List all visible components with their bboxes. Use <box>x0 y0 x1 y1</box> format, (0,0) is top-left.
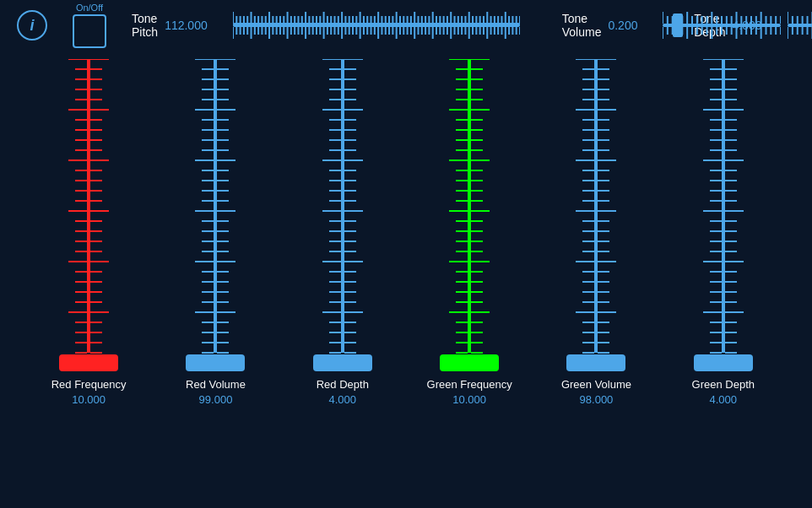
svg-rect-635 <box>710 251 722 252</box>
svg-rect-213 <box>673 14 683 37</box>
svg-rect-544 <box>598 99 609 100</box>
svg-rect-211 <box>780 16 781 24</box>
svg-rect-33 <box>286 27 288 39</box>
svg-rect-87 <box>384 27 386 35</box>
svg-rect-68 <box>352 16 354 24</box>
svg-rect-553 <box>582 149 594 151</box>
svg-rect-486 <box>471 119 483 121</box>
svg-rect-556 <box>598 159 616 161</box>
svg-rect-119 <box>442 27 444 35</box>
svg-rect-364 <box>217 129 229 131</box>
red-volume-meter[interactable] <box>186 59 245 371</box>
svg-rect-651 <box>710 332 722 333</box>
green-volume-col: Green Volume 98.000 <box>541 59 651 406</box>
svg-rect-55 <box>327 27 328 35</box>
svg-rect-224 <box>806 27 808 35</box>
svg-rect-143 <box>486 27 488 39</box>
svg-rect-48 <box>316 16 317 24</box>
svg-rect-174 <box>687 27 689 39</box>
red-frequency-col: Red Frequency 10.000 <box>34 59 143 406</box>
svg-rect-591 <box>582 342 594 343</box>
svg-rect-78 <box>370 16 371 24</box>
svg-rect-343 <box>75 342 87 343</box>
svg-rect-597 <box>703 59 722 60</box>
green-depth-meter[interactable] <box>694 59 753 371</box>
svg-rect-646 <box>725 301 737 303</box>
svg-rect-336 <box>90 301 102 303</box>
svg-rect-385 <box>202 240 214 242</box>
svg-rect-654 <box>725 342 737 343</box>
svg-rect-34 <box>290 16 292 24</box>
svg-rect-534 <box>594 59 598 353</box>
tone-volume-slider[interactable] <box>663 12 669 39</box>
svg-rect-117 <box>439 27 441 35</box>
svg-rect-494 <box>471 159 490 161</box>
svg-rect-442 <box>344 210 363 212</box>
svg-rect-29 <box>279 27 281 35</box>
svg-rect-89 <box>388 27 390 35</box>
svg-rect-467 <box>329 342 341 343</box>
svg-rect-466 <box>344 332 356 333</box>
svg-rect-435 <box>329 180 341 181</box>
svg-rect-452 <box>344 261 363 262</box>
svg-rect-376 <box>217 190 229 192</box>
tone-pitch-slider[interactable]: // Generate ticks via JS after render <box>233 12 520 39</box>
svg-rect-573 <box>582 251 594 252</box>
svg-rect-548 <box>598 119 609 121</box>
svg-rect-468 <box>344 342 356 343</box>
onoff-button[interactable] <box>73 14 106 48</box>
svg-rect-599 <box>710 68 722 70</box>
svg-rect-319 <box>75 220 87 222</box>
svg-rect-7 <box>239 27 241 35</box>
green-volume-meter[interactable] <box>566 59 625 371</box>
svg-rect-370 <box>217 159 235 161</box>
tone-pitch-label: Tone Pitch <box>132 12 158 39</box>
green-frequency-meter[interactable] <box>440 59 499 371</box>
svg-rect-18 <box>261 16 263 24</box>
svg-rect-655 <box>710 352 722 354</box>
svg-rect-25 <box>272 27 273 35</box>
red-frequency-meter[interactable] <box>59 59 118 371</box>
svg-rect-198 <box>746 27 748 35</box>
svg-rect-368 <box>217 149 229 151</box>
svg-rect-464 <box>344 322 356 323</box>
svg-rect-345 <box>75 352 87 354</box>
svg-rect-349 <box>195 59 214 60</box>
svg-rect-446 <box>344 230 356 232</box>
red-depth-meter[interactable] <box>313 59 372 371</box>
svg-rect-547 <box>582 119 594 121</box>
svg-rect-647 <box>703 311 722 313</box>
svg-rect-532 <box>471 352 483 354</box>
svg-rect-503 <box>449 210 468 212</box>
svg-rect-419 <box>329 99 341 100</box>
svg-rect-333 <box>75 291 87 293</box>
svg-rect-23 <box>268 27 270 39</box>
tone-volume-value: 0.200 <box>608 19 637 32</box>
svg-rect-650 <box>725 322 737 323</box>
tone-depth-slider[interactable] <box>788 12 795 39</box>
svg-rect-197 <box>746 16 748 24</box>
svg-rect-91 <box>392 27 393 35</box>
info-icon[interactable]: i <box>17 10 47 41</box>
svg-rect-476 <box>471 68 483 70</box>
svg-rect-505 <box>456 220 468 222</box>
svg-rect-100 <box>410 16 412 24</box>
svg-rect-148 <box>497 16 499 24</box>
svg-rect-397 <box>202 301 214 303</box>
svg-rect-638 <box>725 261 744 262</box>
svg-rect-527 <box>456 332 468 333</box>
svg-rect-90 <box>392 16 393 24</box>
svg-rect-549 <box>582 129 594 131</box>
svg-rect-73 <box>359 27 360 39</box>
svg-rect-358 <box>217 99 229 100</box>
svg-rect-291 <box>75 78 87 80</box>
svg-rect-403 <box>202 332 214 333</box>
green-frequency-value: 10.000 <box>452 393 486 406</box>
svg-rect-147 <box>494 27 495 35</box>
svg-rect-648 <box>725 311 744 313</box>
svg-rect-287 <box>68 59 87 60</box>
svg-rect-132 <box>468 12 469 24</box>
svg-rect-478 <box>471 78 483 80</box>
svg-rect-154 <box>508 16 510 24</box>
svg-rect-325 <box>75 251 87 252</box>
